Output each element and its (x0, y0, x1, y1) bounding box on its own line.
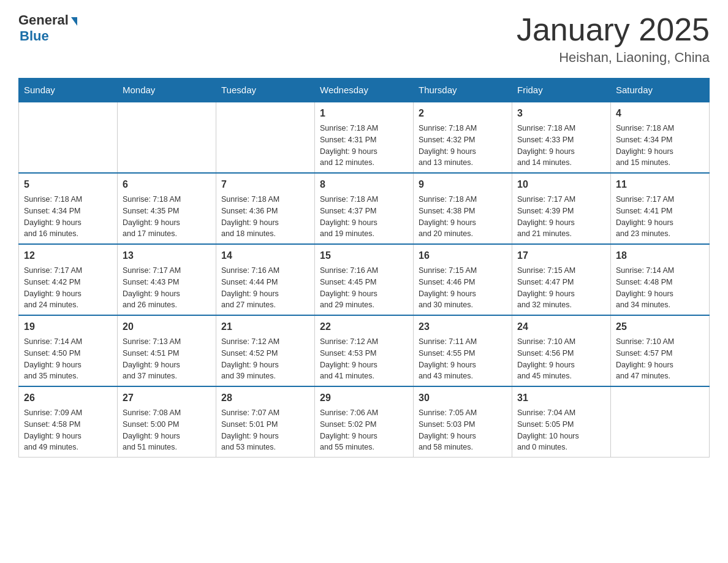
day-number: 30 (419, 391, 507, 405)
calendar-cell: 6Sunrise: 7:18 AMSunset: 4:35 PMDaylight… (118, 173, 216, 244)
day-number: 15 (320, 248, 408, 263)
day-number: 19 (24, 320, 112, 334)
calendar-cell: 30Sunrise: 7:05 AMSunset: 5:03 PMDayligh… (414, 386, 512, 458)
day-info: Sunrise: 7:17 AMSunset: 4:42 PMDaylight:… (24, 265, 112, 311)
day-info: Sunrise: 7:04 AMSunset: 5:05 PMDaylight:… (517, 407, 605, 453)
day-info: Sunrise: 7:07 AMSunset: 5:01 PMDaylight:… (221, 407, 309, 453)
day-info: Sunrise: 7:14 AMSunset: 4:50 PMDaylight:… (24, 336, 112, 382)
day-info: Sunrise: 7:16 AMSunset: 4:44 PMDaylight:… (221, 265, 309, 311)
calendar-cell: 25Sunrise: 7:10 AMSunset: 4:57 PMDayligh… (611, 315, 710, 386)
day-info: Sunrise: 7:18 AMSunset: 4:37 PMDaylight:… (320, 194, 408, 240)
weekday-header: Friday (512, 79, 611, 102)
day-number: 22 (320, 320, 408, 334)
day-number: 23 (419, 320, 507, 334)
day-info: Sunrise: 7:17 AMSunset: 4:39 PMDaylight:… (517, 194, 605, 240)
day-number: 1 (320, 106, 408, 121)
calendar-cell: 4Sunrise: 7:18 AMSunset: 4:34 PMDaylight… (611, 102, 710, 173)
day-info: Sunrise: 7:12 AMSunset: 4:53 PMDaylight:… (320, 336, 408, 382)
weekday-header: Monday (118, 79, 216, 102)
day-number: 31 (517, 391, 605, 405)
calendar-cell: 17Sunrise: 7:15 AMSunset: 4:47 PMDayligh… (512, 244, 611, 315)
calendar-cell: 16Sunrise: 7:15 AMSunset: 4:46 PMDayligh… (414, 244, 512, 315)
calendar-cell (19, 102, 118, 173)
calendar-cell: 13Sunrise: 7:17 AMSunset: 4:43 PMDayligh… (118, 244, 216, 315)
calendar-table: SundayMondayTuesdayWednesdayThursdayFrid… (18, 78, 710, 458)
logo: General Blue (18, 12, 77, 44)
weekday-header: Wednesday (315, 79, 414, 102)
weekday-header: Saturday (611, 79, 710, 102)
calendar-cell: 14Sunrise: 7:16 AMSunset: 4:44 PMDayligh… (216, 244, 315, 315)
day-number: 26 (24, 391, 112, 405)
title-section: January 2025 Heishan, Liaoning, China (517, 12, 710, 66)
calendar-cell (611, 386, 710, 458)
calendar-cell: 10Sunrise: 7:17 AMSunset: 4:39 PMDayligh… (512, 173, 611, 244)
day-number: 5 (24, 177, 112, 192)
day-number: 20 (123, 320, 211, 334)
calendar-cell: 1Sunrise: 7:18 AMSunset: 4:31 PMDaylight… (315, 102, 414, 173)
weekday-header: Tuesday (216, 79, 315, 102)
day-info: Sunrise: 7:11 AMSunset: 4:55 PMDaylight:… (419, 336, 507, 382)
weekday-header: Thursday (414, 79, 512, 102)
logo-blue-text: Blue (20, 28, 49, 44)
calendar-cell: 12Sunrise: 7:17 AMSunset: 4:42 PMDayligh… (19, 244, 118, 315)
calendar-week-row: 1Sunrise: 7:18 AMSunset: 4:31 PMDaylight… (19, 102, 710, 173)
calendar-cell: 9Sunrise: 7:18 AMSunset: 4:38 PMDaylight… (414, 173, 512, 244)
day-number: 12 (24, 248, 112, 263)
day-number: 8 (320, 177, 408, 192)
day-number: 29 (320, 391, 408, 405)
calendar-cell: 15Sunrise: 7:16 AMSunset: 4:45 PMDayligh… (315, 244, 414, 315)
day-info: Sunrise: 7:18 AMSunset: 4:36 PMDaylight:… (221, 194, 309, 240)
month-title: January 2025 (517, 12, 710, 47)
location-label: Heishan, Liaoning, China (517, 50, 710, 66)
calendar-cell: 5Sunrise: 7:18 AMSunset: 4:34 PMDaylight… (19, 173, 118, 244)
day-info: Sunrise: 7:13 AMSunset: 4:51 PMDaylight:… (123, 336, 211, 382)
calendar-cell: 22Sunrise: 7:12 AMSunset: 4:53 PMDayligh… (315, 315, 414, 386)
day-info: Sunrise: 7:18 AMSunset: 4:32 PMDaylight:… (419, 123, 507, 169)
calendar-cell (216, 102, 315, 173)
day-number: 2 (419, 106, 507, 121)
calendar-cell: 27Sunrise: 7:08 AMSunset: 5:00 PMDayligh… (118, 386, 216, 458)
day-info: Sunrise: 7:12 AMSunset: 4:52 PMDaylight:… (221, 336, 309, 382)
calendar-cell: 18Sunrise: 7:14 AMSunset: 4:48 PMDayligh… (611, 244, 710, 315)
day-info: Sunrise: 7:09 AMSunset: 4:58 PMDaylight:… (24, 407, 112, 453)
calendar-cell: 7Sunrise: 7:18 AMSunset: 4:36 PMDaylight… (216, 173, 315, 244)
day-number: 11 (616, 177, 704, 192)
day-number: 10 (517, 177, 605, 192)
day-number: 14 (221, 248, 309, 263)
day-info: Sunrise: 7:18 AMSunset: 4:31 PMDaylight:… (320, 123, 408, 169)
calendar-cell: 19Sunrise: 7:14 AMSunset: 4:50 PMDayligh… (19, 315, 118, 386)
calendar-cell: 29Sunrise: 7:06 AMSunset: 5:02 PMDayligh… (315, 386, 414, 458)
calendar-cell: 8Sunrise: 7:18 AMSunset: 4:37 PMDaylight… (315, 173, 414, 244)
day-number: 27 (123, 391, 211, 405)
day-info: Sunrise: 7:08 AMSunset: 5:00 PMDaylight:… (123, 407, 211, 453)
calendar-cell: 23Sunrise: 7:11 AMSunset: 4:55 PMDayligh… (414, 315, 512, 386)
day-number: 16 (419, 248, 507, 263)
day-number: 4 (616, 106, 704, 121)
day-info: Sunrise: 7:15 AMSunset: 4:46 PMDaylight:… (419, 265, 507, 311)
day-info: Sunrise: 7:06 AMSunset: 5:02 PMDaylight:… (320, 407, 408, 453)
day-info: Sunrise: 7:05 AMSunset: 5:03 PMDaylight:… (419, 407, 507, 453)
day-number: 24 (517, 320, 605, 334)
calendar-cell: 28Sunrise: 7:07 AMSunset: 5:01 PMDayligh… (216, 386, 315, 458)
calendar-cell: 2Sunrise: 7:18 AMSunset: 4:32 PMDaylight… (414, 102, 512, 173)
calendar-week-row: 5Sunrise: 7:18 AMSunset: 4:34 PMDaylight… (19, 173, 710, 244)
day-number: 6 (123, 177, 211, 192)
day-info: Sunrise: 7:18 AMSunset: 4:34 PMDaylight:… (24, 194, 112, 240)
calendar-cell: 20Sunrise: 7:13 AMSunset: 4:51 PMDayligh… (118, 315, 216, 386)
calendar-cell: 21Sunrise: 7:12 AMSunset: 4:52 PMDayligh… (216, 315, 315, 386)
calendar-cell: 24Sunrise: 7:10 AMSunset: 4:56 PMDayligh… (512, 315, 611, 386)
day-number: 28 (221, 391, 309, 405)
calendar-cell: 31Sunrise: 7:04 AMSunset: 5:05 PMDayligh… (512, 386, 611, 458)
day-number: 13 (123, 248, 211, 263)
calendar-week-row: 19Sunrise: 7:14 AMSunset: 4:50 PMDayligh… (19, 315, 710, 386)
day-number: 3 (517, 106, 605, 121)
day-info: Sunrise: 7:10 AMSunset: 4:57 PMDaylight:… (616, 336, 704, 382)
day-info: Sunrise: 7:18 AMSunset: 4:33 PMDaylight:… (517, 123, 605, 169)
calendar-cell: 11Sunrise: 7:17 AMSunset: 4:41 PMDayligh… (611, 173, 710, 244)
calendar-cell: 26Sunrise: 7:09 AMSunset: 4:58 PMDayligh… (19, 386, 118, 458)
day-number: 17 (517, 248, 605, 263)
day-info: Sunrise: 7:10 AMSunset: 4:56 PMDaylight:… (517, 336, 605, 382)
day-number: 21 (221, 320, 309, 334)
logo-arrow-icon (71, 17, 77, 26)
weekday-header: Sunday (19, 79, 118, 102)
